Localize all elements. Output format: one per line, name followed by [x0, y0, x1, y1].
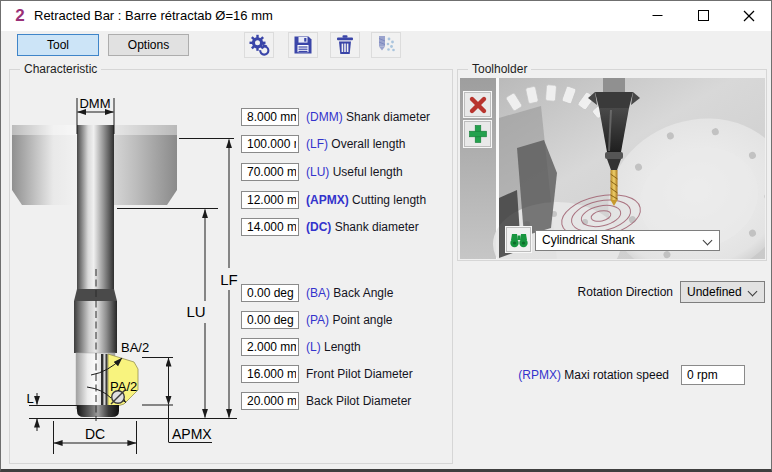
shank-type-value: Cylindrical Shank	[542, 233, 635, 247]
tab-options[interactable]: Options	[108, 34, 189, 56]
overall-length-lf-label: (LF) Overall length	[306, 135, 405, 153]
lu-dimension-label: LU	[186, 303, 205, 320]
minimize-icon	[652, 10, 663, 21]
green-plus-icon	[467, 123, 489, 145]
window-titlebar: 2 Retracted Bar : Barre rétractab Ø=16 m…	[1, 1, 771, 31]
apmx-dimension-label: APMX	[172, 426, 212, 442]
front-pilot-diameter-input[interactable]	[241, 365, 299, 383]
dmm-dimension-label: DMM	[79, 96, 110, 111]
back-angle-ba-input[interactable]	[241, 284, 299, 302]
cutting-length-apmx-input[interactable]	[241, 191, 299, 209]
shank-diameter-dc-input[interactable]	[241, 218, 299, 236]
drill-chips-icon	[374, 33, 398, 57]
tool-definition-dialog: 2 Retracted Bar : Barre rétractab Ø=16 m…	[0, 0, 772, 472]
chevron-down-icon	[748, 287, 758, 297]
save-button[interactable]	[288, 32, 318, 58]
back-angle-ba-label: (BA) Back Angle	[306, 284, 393, 302]
tab-tool[interactable]: Tool	[17, 34, 99, 56]
lf-dimension-label: LF	[220, 271, 238, 288]
remove-toolholder-button[interactable]	[464, 92, 491, 117]
point-angle-pa-label: (PA) Point angle	[306, 311, 393, 329]
toolholder-legend: Toolholder	[468, 62, 531, 76]
binoculars-icon	[509, 232, 529, 248]
max-rotation-speed-input[interactable]	[681, 365, 745, 385]
maximize-icon	[698, 10, 709, 21]
minimize-button[interactable]	[634, 1, 680, 30]
dc-dimension-label: DC	[85, 426, 105, 442]
front-pilot-diameter-label: Front Pilot Diameter	[306, 365, 413, 383]
save-icon	[291, 33, 315, 57]
characteristic-legend: Characteristic	[20, 62, 101, 76]
add-toolholder-button[interactable]	[464, 121, 491, 147]
shank-type-select[interactable]: Cylindrical Shank	[535, 230, 720, 251]
shank-diameter-dmm-label: (DMM) Shank diameter	[306, 108, 430, 126]
pa2-dimension-label: PA/2	[110, 379, 137, 394]
red-x-icon	[467, 94, 489, 116]
shank-diameter-dc-label: (DC) Shank diameter	[306, 218, 419, 236]
point-angle-pa-input[interactable]	[241, 311, 299, 329]
useful-length-lu-input[interactable]	[241, 163, 299, 181]
gears-refresh-icon	[247, 33, 271, 57]
overall-length-lf-input[interactable]	[241, 135, 299, 153]
back-pilot-diameter-label: Back Pilot Diameter	[306, 392, 411, 410]
length-l-input[interactable]	[241, 338, 299, 356]
browse-toolholder-button[interactable]	[506, 227, 531, 252]
trash-icon	[333, 33, 357, 57]
delete-button[interactable]	[330, 32, 360, 58]
close-icon	[743, 10, 755, 22]
rotation-direction-label: Rotation Direction	[521, 281, 673, 303]
rotation-direction-select[interactable]: Undefined	[680, 281, 765, 303]
chevron-down-icon	[703, 236, 713, 246]
app-logo-icon: 2	[10, 4, 30, 28]
max-rotation-speed-label: (RPMX) Maxi rotation speed	[481, 365, 669, 385]
back-pilot-diameter-input[interactable]	[241, 392, 299, 410]
cutting-length-apmx-label: (APMX) Cutting length	[306, 191, 426, 209]
ba2-dimension-label: BA/2	[121, 340, 149, 355]
maximize-button[interactable]	[680, 1, 726, 30]
useful-length-lu-label: (LU) Useful length	[306, 163, 403, 181]
chip-simulation-button[interactable]	[371, 32, 401, 58]
recompute-button[interactable]	[244, 32, 274, 58]
l-dimension-label: L	[26, 391, 33, 406]
shank-diameter-dmm-input[interactable]	[241, 108, 299, 126]
length-l-label: (L) Length	[306, 338, 361, 356]
window-title: Retracted Bar : Barre rétractab Ø=16 mm	[34, 1, 273, 31]
close-button[interactable]	[726, 1, 772, 30]
tool-diagram: DMM LF LU BA/2 PA/2 L DC APMX	[9, 81, 249, 464]
rotation-direction-value: Undefined	[687, 285, 742, 299]
